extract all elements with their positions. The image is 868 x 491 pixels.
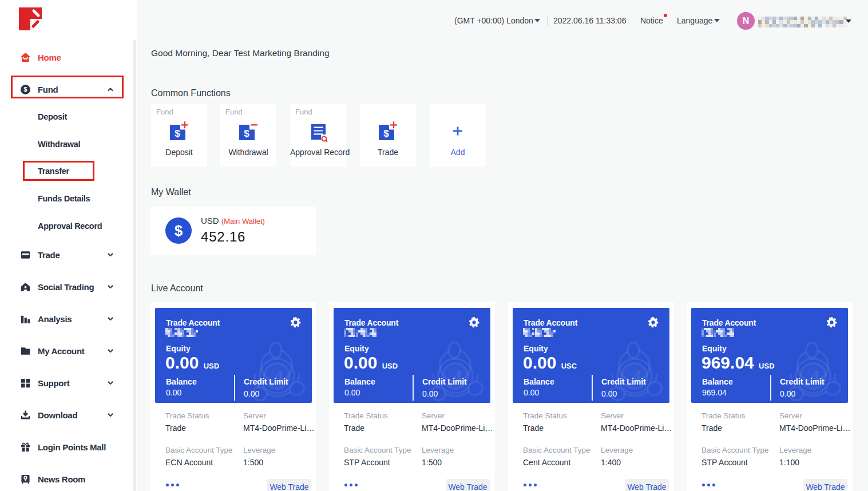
svg-text:$: $ [175,128,180,139]
svg-text:$: $ [23,86,27,93]
svg-text:$: $ [244,128,249,139]
svg-text:$: $ [383,128,389,139]
